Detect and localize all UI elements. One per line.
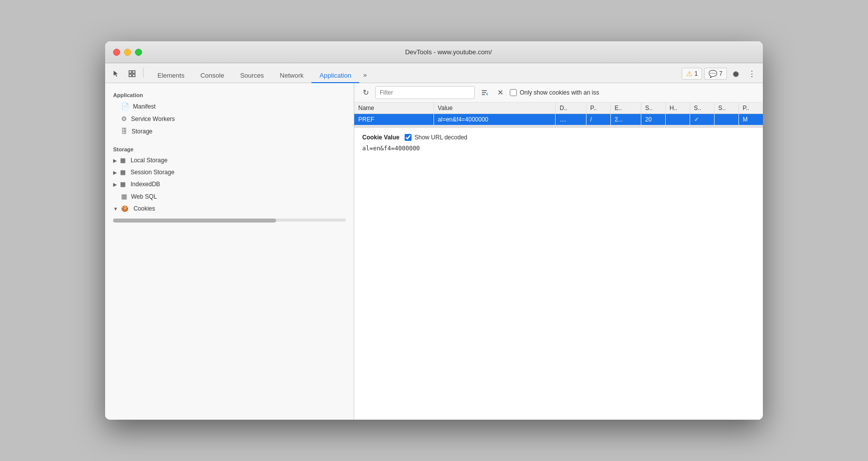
cell-value: al=en&f4=4000000 [434, 114, 556, 125]
devtools-window: DevTools - www.youtube.com/ [105, 41, 763, 420]
session-storage-icon: ▦ [120, 169, 126, 176]
app-section-title: Application [105, 89, 354, 100]
storage-app-icon: 🗄 [121, 127, 128, 135]
sidebar-item-label-indexeddb: IndexedDB [131, 181, 160, 188]
cell-path: / [586, 114, 610, 125]
col-header-samesite[interactable]: S.. [714, 103, 738, 114]
tab-bar: Elements Console Sources Network Applica… [105, 63, 763, 83]
tab-application[interactable]: Application [311, 69, 359, 83]
col-header-size[interactable]: S.. [641, 103, 665, 114]
close-button[interactable] [113, 49, 120, 56]
gear-icon [732, 70, 740, 78]
cookies-table-container: Name Value D.. P.. E.. S.. H.. S.. S.. P… [354, 103, 763, 125]
settings-button[interactable] [729, 67, 743, 81]
col-header-name[interactable]: Name [354, 103, 434, 114]
url-decode-label[interactable]: Show URL decoded [405, 134, 467, 141]
message-icon: 💬 [709, 70, 717, 78]
only-show-cookies-checkbox[interactable] [510, 89, 517, 96]
col-header-domain[interactable]: D.. [556, 103, 586, 114]
local-storage-icon: ▦ [120, 157, 126, 164]
cookie-value-panel: Cookie Value Show URL decoded al=en&f4=4… [354, 127, 763, 158]
table-row[interactable]: PREF al=en&f4=4000000 .... / 2... 20 ✓ M [354, 114, 763, 125]
tab-sources[interactable]: Sources [232, 69, 272, 83]
sidebar-item-label-session-storage: Session Storage [131, 169, 174, 176]
tab-network[interactable]: Network [272, 69, 312, 83]
message-badge-button[interactable]: 💬 7 [704, 68, 727, 80]
table-header-row: Name Value D.. P.. E.. S.. H.. S.. S.. P… [354, 103, 763, 114]
sidebar-item-cookies[interactable]: ▼ 🍪 Cookies [105, 203, 354, 215]
svg-rect-2 [129, 74, 132, 77]
expand-arrow-cookies: ▼ [113, 206, 118, 212]
sidebar-item-session-storage[interactable]: ▶ ▦ Session Storage [105, 166, 354, 178]
minimize-button[interactable] [124, 49, 131, 56]
sidebar-item-label-storage-app: Storage [132, 128, 152, 135]
url-decode-text: Show URL decoded [415, 134, 467, 141]
col-header-secure[interactable]: S.. [690, 103, 714, 114]
tab-elements[interactable]: Elements [149, 69, 192, 83]
expand-arrow-indexed: ▶ [113, 182, 117, 187]
cookies-icon: 🍪 [121, 205, 129, 212]
indexeddb-icon: ▦ [120, 181, 126, 188]
filter-options-icon [481, 89, 488, 96]
svg-rect-0 [129, 71, 132, 73]
tab-console[interactable]: Console [192, 69, 232, 83]
tab-tools-left [109, 67, 145, 83]
cell-expires: 2... [610, 114, 641, 125]
sidebar-item-manifest[interactable]: 📄 Manifest [105, 100, 354, 113]
cursor-icon [112, 70, 120, 78]
service-workers-icon: ⚙ [121, 115, 127, 122]
web-sql-icon: ▦ [121, 193, 127, 200]
cell-samesite [714, 114, 738, 125]
sidebar-item-service-workers[interactable]: ⚙ Service Workers [105, 113, 354, 125]
url-decode-checkbox[interactable] [405, 134, 412, 141]
window-title: DevTools - www.youtube.com/ [142, 48, 755, 56]
sidebar-item-indexeddb[interactable]: ▶ ▦ IndexedDB [105, 178, 354, 190]
inspect-tool-button[interactable] [125, 67, 139, 81]
sidebar-item-web-sql[interactable]: ▦ Web SQL [105, 190, 354, 203]
sidebar-item-label-service-workers: Service Workers [131, 115, 175, 122]
inspect-icon [128, 70, 136, 78]
cell-httponly [665, 114, 690, 125]
tab-divider [143, 68, 144, 78]
storage-section-title: Storage [105, 143, 354, 154]
sidebar-scrollbar-thumb [113, 219, 276, 223]
cookies-table: Name Value D.. P.. E.. S.. H.. S.. S.. P… [354, 103, 763, 125]
main-area: Application 📄 Manifest ⚙ Service Workers… [105, 83, 763, 420]
tab-bar-right: ⚠ 1 💬 7 ⋮ [682, 67, 759, 83]
devtools-body: Elements Console Sources Network Applica… [105, 63, 763, 420]
cell-size: 20 [641, 114, 665, 125]
cursor-tool-button[interactable] [109, 67, 123, 81]
col-header-value[interactable]: Value [434, 103, 556, 114]
warning-count: 1 [695, 70, 698, 77]
sidebar-item-storage-app[interactable]: 🗄 Storage [105, 125, 354, 137]
only-show-cookies-label[interactable]: Only show cookies with an iss [510, 89, 599, 96]
col-header-expires[interactable]: E.. [610, 103, 641, 114]
more-options-button[interactable]: ⋮ [745, 67, 759, 81]
svg-rect-1 [133, 71, 135, 73]
sidebar: Application 📄 Manifest ⚙ Service Workers… [105, 83, 354, 420]
cookies-toolbar: ↻ ✕ O [354, 83, 763, 103]
content-panel: ↻ ✕ O [354, 83, 763, 420]
manifest-icon: 📄 [121, 103, 129, 110]
col-header-httponly[interactable]: H.. [665, 103, 690, 114]
sidebar-item-label-cookies: Cookies [134, 205, 155, 212]
expand-arrow-local: ▶ [113, 158, 117, 163]
expand-arrow-session: ▶ [113, 170, 117, 175]
filter-input[interactable] [375, 86, 475, 99]
cell-name: PREF [354, 114, 434, 125]
col-header-path[interactable]: P.. [586, 103, 610, 114]
cookie-value-text: al=en&f4=4000000 [362, 145, 755, 152]
sidebar-item-local-storage[interactable]: ▶ ▦ Local Storage [105, 154, 354, 166]
maximize-button[interactable] [135, 49, 142, 56]
sidebar-item-label-local-storage: Local Storage [131, 157, 167, 164]
cookie-value-header: Cookie Value Show URL decoded [362, 134, 755, 141]
col-header-priority[interactable]: P.. [738, 103, 763, 114]
tab-more-button[interactable]: » [359, 68, 371, 82]
clear-filter-button[interactable]: ✕ [494, 86, 507, 99]
warning-badge-button[interactable]: ⚠ 1 [682, 68, 703, 80]
warning-icon: ⚠ [686, 70, 693, 78]
title-bar: DevTools - www.youtube.com/ [105, 41, 763, 63]
refresh-button[interactable]: ↻ [359, 86, 372, 99]
filter-options-button[interactable] [478, 86, 491, 99]
message-count: 7 [719, 70, 723, 77]
